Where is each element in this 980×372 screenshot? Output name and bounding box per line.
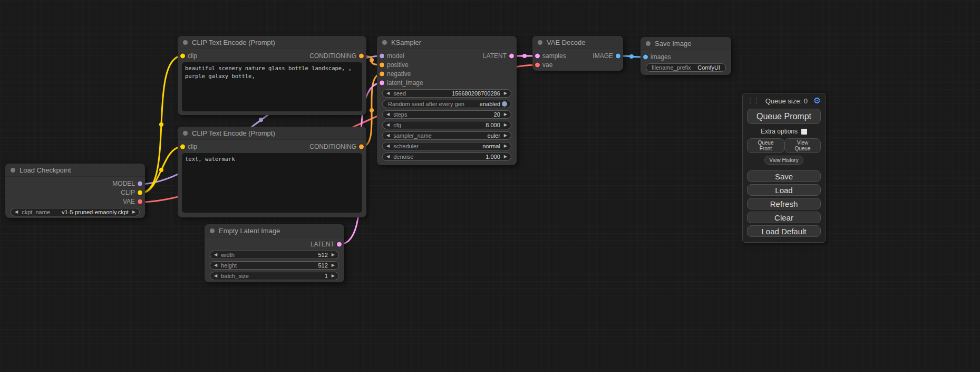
node-title-bar[interactable]: Empty Latent Image <box>205 224 344 237</box>
sampler-name-widget[interactable]: ◀ sampler_name euler ▶ <box>382 131 511 140</box>
extra-options-checkbox[interactable] <box>801 129 807 135</box>
node-collapse-dot[interactable] <box>538 40 542 45</box>
queue-prompt-button[interactable]: Queue Prompt <box>747 109 821 124</box>
increment-arrow-icon[interactable]: ▶ <box>504 123 507 127</box>
increment-arrow-icon[interactable]: ▶ <box>504 144 507 148</box>
clip-input-slot[interactable] <box>180 144 185 149</box>
wire-midpoint-dot <box>259 118 263 122</box>
widget-label: cfg <box>393 122 486 128</box>
widget-label: width <box>221 252 318 258</box>
batch-size-widget[interactable]: ◀ batch_size 1 ▶ <box>210 272 339 280</box>
increment-arrow-icon[interactable]: ▶ <box>132 210 135 214</box>
decrement-arrow-icon[interactable]: ◀ <box>386 91 390 96</box>
cfg-widget[interactable]: ◀ cfg 8.000 ▶ <box>382 121 511 129</box>
denoise-widget[interactable]: ◀ denoise 1.000 ▶ <box>382 152 511 161</box>
node-title-bar[interactable]: Save Image <box>641 37 731 50</box>
drag-handle-icon[interactable]: ⋮⋮ <box>747 97 760 104</box>
increment-arrow-icon[interactable]: ▶ <box>504 112 507 117</box>
queue-small-buttons-row: Queue Front View Queue <box>747 138 821 153</box>
model-output-slot[interactable] <box>138 181 142 186</box>
samples-input-slot[interactable] <box>535 53 540 58</box>
increment-arrow-icon[interactable]: ▶ <box>504 91 507 96</box>
clear-button[interactable]: Clear <box>747 212 821 223</box>
random-seed-toggle-widget[interactable]: Random seed after every gen enabled <box>382 100 511 108</box>
node-collapse-dot[interactable] <box>210 228 215 233</box>
increment-arrow-icon[interactable]: ▶ <box>504 133 507 138</box>
toggle-dot[interactable] <box>502 101 507 107</box>
slot-label: IMAGE <box>593 52 613 60</box>
filename-prefix-widget[interactable]: filename_prefix ComfyUI <box>646 63 726 72</box>
images-input-slot[interactable] <box>643 54 648 59</box>
node-vae-decode[interactable]: VAE Decode samples IMAGE vae <box>532 36 623 71</box>
image-output-slot[interactable] <box>616 53 620 58</box>
decrement-arrow-icon[interactable]: ◀ <box>386 155 390 159</box>
increment-arrow-icon[interactable]: ▶ <box>504 155 507 159</box>
node-graph-canvas[interactable]: Load Checkpoint MODEL CLIP VAE ◀ ckpt_na… <box>0 0 980 372</box>
widget-value: 1.000 <box>486 154 500 160</box>
ckpt-name-widget[interactable]: ◀ ckpt_name v1-5-pruned-emaonly.ckpt ▶ <box>11 208 140 216</box>
conditioning-output-slot[interactable] <box>359 53 364 58</box>
prompt-textarea[interactable]: beautiful scenery nature glass bottle la… <box>182 62 362 111</box>
node-title-bar[interactable]: CLIP Text Encode (Prompt) <box>178 36 366 49</box>
widget-value: 8.000 <box>486 122 500 128</box>
node-collapse-dot[interactable] <box>183 131 188 136</box>
node-load-checkpoint[interactable]: Load Checkpoint MODEL CLIP VAE ◀ ckpt_na… <box>5 164 145 218</box>
view-history-row: View History <box>747 156 821 165</box>
node-collapse-dot[interactable] <box>646 41 651 46</box>
queue-front-button[interactable]: Queue Front <box>747 138 784 153</box>
load-button[interactable]: Load <box>747 184 821 196</box>
slot-label: positive <box>387 61 409 69</box>
scheduler-widget[interactable]: ◀ scheduler normal ▶ <box>382 142 511 150</box>
latent-image-input-slot[interactable] <box>380 80 384 85</box>
width-widget[interactable]: ◀ width 512 ▶ <box>210 251 339 259</box>
vae-output-slot[interactable] <box>138 199 142 204</box>
steps-widget[interactable]: ◀ steps 20 ▶ <box>382 110 511 119</box>
negative-input-slot[interactable] <box>380 71 384 76</box>
seed-widget[interactable]: ◀ seed 156680208700286 ▶ <box>382 89 511 98</box>
slot-label: CONDITIONING <box>309 52 356 60</box>
node-clip-text-encode-negative[interactable]: CLIP Text Encode (Prompt) clip CONDITION… <box>178 127 366 217</box>
increment-arrow-icon[interactable]: ▶ <box>332 274 335 278</box>
view-history-button[interactable]: View History <box>764 156 803 165</box>
increment-arrow-icon[interactable]: ▶ <box>332 263 335 268</box>
widget-value: 20 <box>494 111 500 118</box>
positive-input-slot[interactable] <box>380 62 384 67</box>
decrement-arrow-icon[interactable]: ◀ <box>386 133 390 138</box>
latent-output-slot[interactable] <box>337 242 342 246</box>
save-button[interactable]: Save <box>747 170 821 182</box>
increment-arrow-icon[interactable]: ▶ <box>332 253 335 257</box>
settings-gear-icon[interactable]: ⚙ <box>813 97 821 105</box>
node-title: Save Image <box>655 40 691 47</box>
conditioning-output-slot[interactable] <box>359 144 364 149</box>
slot-row: model LATENT <box>377 51 517 60</box>
latent-output-slot[interactable] <box>509 53 514 58</box>
height-widget[interactable]: ◀ height 512 ▶ <box>210 261 339 270</box>
clip-input-slot[interactable] <box>180 53 185 58</box>
decrement-arrow-icon[interactable]: ◀ <box>386 123 390 127</box>
node-clip-text-encode-positive[interactable]: CLIP Text Encode (Prompt) clip CONDITION… <box>178 36 366 115</box>
node-title-bar[interactable]: CLIP Text Encode (Prompt) <box>178 127 366 140</box>
node-title-bar[interactable]: KSampler <box>377 36 517 49</box>
vae-input-slot[interactable] <box>535 62 540 67</box>
node-title-bar[interactable]: Load Checkpoint <box>5 164 145 177</box>
decrement-arrow-icon[interactable]: ◀ <box>214 263 217 268</box>
model-input-slot[interactable] <box>380 53 384 58</box>
node-empty-latent-image[interactable]: Empty Latent Image LATENT ◀ width 512 ▶ … <box>205 224 344 282</box>
refresh-button[interactable]: Refresh <box>747 198 821 209</box>
view-queue-button[interactable]: View Queue <box>784 138 821 153</box>
node-ksampler[interactable]: KSampler model LATENT positive negative … <box>377 36 517 165</box>
load-default-button[interactable]: Load Default <box>747 225 821 237</box>
decrement-arrow-icon[interactable]: ◀ <box>214 274 217 278</box>
node-title-bar[interactable]: VAE Decode <box>532 36 623 49</box>
node-title: CLIP Text Encode (Prompt) <box>192 129 275 137</box>
prompt-textarea[interactable]: text, watermark <box>182 153 362 213</box>
node-collapse-dot[interactable] <box>382 40 387 45</box>
node-collapse-dot[interactable] <box>183 40 188 45</box>
clip-output-slot[interactable] <box>138 190 142 195</box>
node-save-image[interactable]: Save Image images filename_prefix ComfyU… <box>641 37 731 75</box>
decrement-arrow-icon[interactable]: ◀ <box>214 253 217 257</box>
node-collapse-dot[interactable] <box>11 168 15 173</box>
decrement-arrow-icon[interactable]: ◀ <box>386 144 390 148</box>
decrement-arrow-icon[interactable]: ◀ <box>386 112 390 117</box>
decrement-arrow-icon[interactable]: ◀ <box>15 210 18 214</box>
